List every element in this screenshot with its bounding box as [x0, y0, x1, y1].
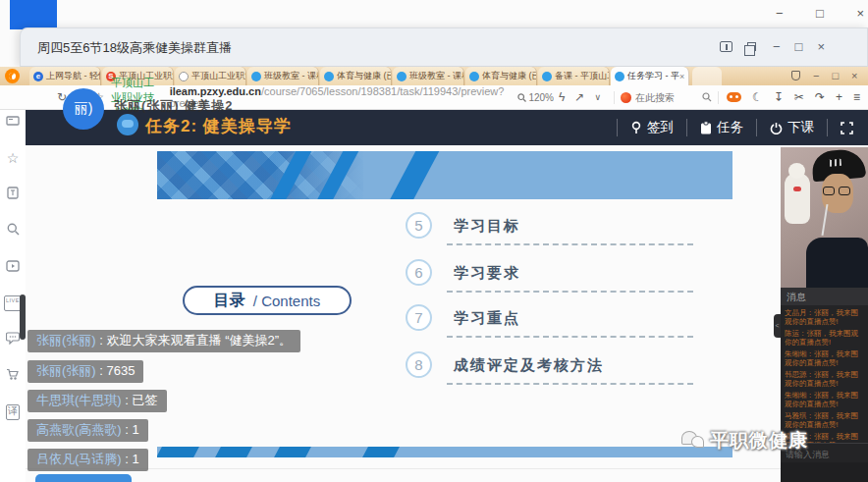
chat-sender: 高燕歌(高燕歌) [36, 422, 122, 437]
video-icon[interactable] [6, 259, 20, 275]
browser-tab[interactable]: e 上网导航 - 轻快 [29, 67, 101, 85]
browser-tab-active[interactable]: 任务学习 - 平 × [611, 67, 689, 85]
browser-tab[interactable]: 体育与健康 (已 [320, 67, 392, 85]
maximize-icon[interactable]: □ [816, 6, 824, 21]
browser-tab[interactable]: 班级教室 - 课程 [247, 67, 319, 85]
browser-tab[interactable]: 备课 - 平顶山工 [538, 67, 610, 85]
zoom-value: 120% [528, 92, 554, 103]
glasses-lens [823, 187, 835, 195]
maximize-icon[interactable]: □ [832, 70, 839, 81]
chat-overlay-message: 张丽(张丽) : 7635 [27, 360, 143, 383]
tasks-label: 任务 [717, 119, 743, 136]
glasses-lens [839, 187, 850, 195]
chat-sender: 吕依凡(马话腾) [36, 452, 122, 466]
minimize-icon[interactable]: − [813, 70, 819, 81]
browser-logo-icon[interactable] [5, 69, 20, 83]
share-icon[interactable]: ↗ [574, 90, 584, 104]
cart-icon[interactable] [6, 368, 20, 384]
tab-close-icon[interactable]: × [679, 72, 684, 81]
pin-window-icon[interactable] [720, 41, 732, 52]
chat-overlay-message: 吕依凡(马话腾) : 1 [27, 449, 148, 471]
message-panel-list[interactable]: 文晶月：张丽，我来围观你的直播点赞! 陈运：张丽，我来围观你的直播点赞! 朱缃缃… [781, 305, 868, 443]
duplicate-window-icon[interactable] [747, 42, 756, 51]
browser-tab[interactable]: 平顶山工业职业 [175, 67, 246, 85]
game-center-icon[interactable] [727, 92, 741, 102]
favorites-star-icon[interactable]: ☆ [7, 150, 20, 166]
pin-location-icon [630, 121, 642, 134]
zoom-level[interactable]: 120% [517, 92, 554, 103]
translate-icon[interactable]: 译 [6, 404, 20, 420]
outline-item-label[interactable]: 学习目标 [454, 217, 520, 236]
search-input[interactable] [635, 92, 698, 103]
menu-icon[interactable]: ≡ [853, 90, 860, 104]
chat-text: 1 [133, 452, 139, 466]
outline-number: 5 [406, 212, 432, 239]
wechat-bubble-small [691, 436, 704, 448]
close-icon[interactable]: × [856, 6, 864, 21]
tab-favicon-qq-icon [324, 72, 334, 81]
tab-label: 班级教室 - 课程 [409, 70, 464, 82]
close-icon[interactable]: × [851, 70, 857, 81]
sign-in-label: 签到 [647, 119, 674, 136]
close-icon[interactable]: × [817, 39, 825, 54]
clipboard-icon [700, 121, 712, 134]
new-tab-button[interactable] [692, 67, 722, 85]
maximize-icon[interactable]: □ [795, 39, 803, 54]
bottombar-segment [215, 447, 252, 457]
chat-sep: : [96, 363, 107, 378]
chat-bubble-icon[interactable] [6, 332, 20, 348]
chevron-down-icon[interactable]: ∨ [594, 92, 601, 102]
tasks-button[interactable]: 任务 [686, 119, 756, 136]
outline-number: 8 [406, 351, 432, 378]
outline-underline [447, 383, 693, 385]
browser-widget-icon[interactable] [791, 71, 800, 80]
outline-item-label[interactable]: 学习要求 [454, 264, 520, 283]
outline-item-label[interactable]: 成绩评定及考核方法 [454, 356, 604, 375]
chat-sep: : [96, 333, 107, 348]
fullscreen-button[interactable] [827, 119, 866, 136]
bottombar-segment [362, 447, 400, 457]
chat-sender: 张丽(张丽) [36, 333, 96, 348]
screenshot-scissors-icon[interactable]: ✂ [794, 90, 804, 104]
panel-message: 朱缃缃：张丽，我来围观你的直播点赞! [785, 349, 865, 367]
end-class-button[interactable]: 下课 [756, 119, 827, 136]
outline-item-label[interactable]: 学习重点 [454, 309, 520, 328]
end-class-label: 下课 [787, 119, 814, 136]
minimize-icon[interactable]: − [773, 39, 781, 54]
outline-number: 6 [406, 259, 432, 286]
panel-message: 陈运：张丽，我来围观你的直播点赞! [785, 329, 865, 347]
sign-in-button[interactable]: 签到 [617, 119, 686, 136]
tab-label: 平顶山工业职业 [191, 70, 246, 82]
minimize-icon[interactable]: − [776, 6, 784, 21]
lesson-chat-icon [117, 114, 138, 135]
search-engine-icon[interactable] [621, 92, 631, 103]
search-icon[interactable] [7, 223, 20, 239]
reader-icon[interactable] [6, 187, 20, 202]
browser-tab[interactable]: 班级教室 - 课程 [393, 67, 464, 85]
flash-bolt-icon[interactable]: ϟ [559, 90, 565, 104]
snip-window-icon[interactable] [6, 114, 20, 130]
undo-icon[interactable]: ↷ [815, 90, 825, 104]
task-title: 任务2: 健美操导学 [145, 115, 292, 137]
window-title: 周四5至6节18级高乘健美操群直播 [37, 39, 232, 57]
contents-label-en: / Contents [253, 293, 320, 309]
add-icon[interactable]: + [836, 90, 842, 104]
search-icon[interactable] [702, 92, 712, 102]
chat-text: 欢迎大家来观看直播 “健美操2”。 [107, 333, 293, 348]
chat-action-button-partial[interactable] [35, 474, 132, 482]
night-mode-icon[interactable]: ☾ [752, 90, 763, 104]
message-panel-header: 消息 [781, 288, 868, 305]
message-panel-footer [781, 462, 868, 482]
bottombar-segment [157, 447, 199, 457]
browser-tab[interactable]: 体育与健康 (已 [465, 67, 537, 85]
toolbar-search[interactable] [614, 91, 719, 104]
wechat-icon [681, 431, 705, 451]
streamer-name-line: 张丽(张丽) 健美操2 [114, 97, 234, 115]
download-icon[interactable]: ↧ [774, 90, 784, 104]
tab-favicon-qq-icon [615, 72, 624, 81]
sidebar-scroll-handle[interactable] [20, 295, 26, 340]
chat-sep: : [122, 452, 133, 466]
bottombar-segment [274, 447, 311, 457]
panel-collapse-handle[interactable]: < [774, 314, 781, 338]
tab-favicon-qq-icon [469, 72, 479, 81]
